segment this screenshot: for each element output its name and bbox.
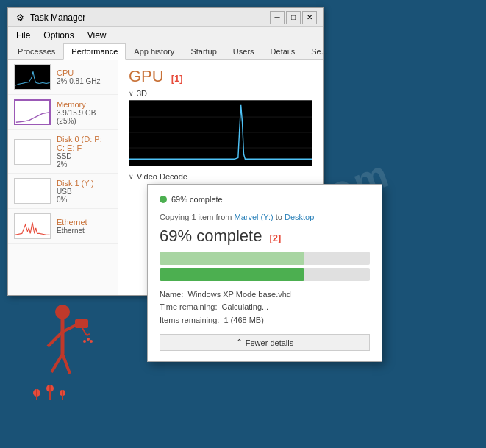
ethernet-label: Ethernet [57, 218, 112, 227]
sidebar: CPU 2% 0.81 GHz Memory 3.9/15.9 GB (25%) [8, 60, 118, 295]
disk1-info: Disk 1 (Y:) USB0% [57, 179, 112, 204]
ethernet-mini-chart [14, 213, 51, 239]
cpu-detail: 2% 0.81 GHz [57, 77, 112, 85]
disk1-mini-chart [14, 178, 51, 204]
progress-bar-light [160, 252, 370, 265]
memory-mini-chart [14, 99, 51, 125]
chevron-up-icon: ⌃ [236, 338, 243, 347]
copy-dest-link[interactable]: Desktop [285, 213, 314, 221]
svg-line-4 [51, 354, 62, 372]
tab-app-history[interactable]: App history [126, 43, 182, 60]
gpu-3d-label: ∨ 3D [129, 89, 312, 98]
disk0-mini-chart [14, 139, 51, 165]
svg-rect-20 [15, 140, 49, 164]
svg-rect-21 [15, 179, 49, 203]
cpu-label: CPU [57, 68, 112, 77]
gpu-title: GPU [129, 67, 164, 86]
svg-line-7 [82, 328, 87, 335]
cpu-info: CPU 2% 0.81 GHz [57, 68, 112, 85]
copy-dialog-header: 69% complete [160, 195, 370, 204]
sidebar-item-cpu[interactable]: CPU 2% 0.81 GHz [8, 60, 118, 95]
memory-detail: 3.9/15.9 GB (25%) [57, 109, 112, 125]
disk0-info: Disk 0 (D: P: C: E: F SSD2% [57, 135, 112, 168]
svg-point-10 [83, 340, 86, 343]
svg-line-2 [48, 332, 62, 346]
window-controls: ─ □ ✕ [270, 11, 317, 24]
tab-bar: Processes Performance App history Startu… [8, 43, 323, 60]
svg-point-11 [90, 340, 93, 343]
tab-performance[interactable]: Performance [63, 43, 126, 60]
menu-view[interactable]: View [85, 29, 109, 41]
ref-label-1: [1] [171, 73, 183, 84]
svg-point-9 [87, 338, 90, 341]
memory-info: Memory 3.9/15.9 GB (25%) [57, 100, 112, 125]
decorative-figure [22, 299, 96, 404]
svg-rect-6 [75, 319, 88, 328]
tab-startup[interactable]: Startup [182, 43, 224, 60]
tab-services[interactable]: Se... [303, 43, 336, 60]
close-button[interactable]: ✕ [302, 11, 317, 24]
copy-source-text: Copying 1 item from Marvel (Y:) to Deskt… [160, 211, 370, 224]
svg-point-0 [55, 305, 70, 319]
sidebar-item-memory[interactable]: Memory 3.9/15.9 GB (25%) [8, 95, 118, 130]
svg-point-12 [33, 389, 40, 397]
svg-point-13 [46, 385, 54, 392]
svg-line-8 [87, 334, 90, 335]
disk1-label: Disk 1 (Y:) [57, 179, 112, 188]
svg-line-3 [62, 324, 77, 332]
window-title: Task Manager [30, 13, 270, 23]
chevron-down-icon: ∨ [129, 90, 134, 97]
app-icon: ⚙ [14, 12, 26, 24]
sidebar-item-disk0[interactable]: Disk 0 (D: P: C: E: F SSD2% [8, 130, 118, 174]
ethernet-detail: Ethernet [57, 227, 112, 235]
progress-fill-light [160, 252, 304, 265]
sidebar-item-ethernet[interactable]: Ethernet Ethernet [8, 209, 118, 244]
progress-bar-dark [160, 268, 370, 281]
chevron-down-icon-2: ∨ [129, 173, 134, 180]
fewer-details-button[interactable]: ⌃ Fewer details [160, 334, 370, 351]
menu-options[interactable]: Options [41, 29, 76, 41]
memory-label: Memory [57, 100, 112, 109]
cpu-mini-chart [14, 64, 51, 90]
svg-rect-23 [129, 102, 312, 165]
title-bar: ⚙ Task Manager ─ □ ✕ [8, 8, 323, 27]
copy-source-link[interactable]: Marvel (Y:) [235, 213, 274, 221]
disk0-detail: SSD2% [57, 152, 112, 168]
minimize-button[interactable]: ─ [270, 11, 285, 24]
svg-rect-18 [15, 65, 49, 89]
svg-line-5 [62, 354, 70, 374]
tab-users[interactable]: Users [225, 43, 262, 60]
menu-bar: File Options View [8, 27, 323, 43]
menu-file[interactable]: File [14, 29, 32, 41]
copy-dialog: 69% complete Copying 1 item from Marvel … [147, 184, 382, 362]
disk1-detail: USB0% [57, 188, 112, 204]
copy-dialog-title: 69% complete [171, 195, 223, 204]
svg-point-14 [60, 390, 65, 396]
disk0-label: Disk 0 (D: P: C: E: F [57, 135, 112, 152]
tab-processes[interactable]: Processes [10, 43, 63, 60]
copy-status-icon [160, 196, 167, 203]
gpu-video-decode-label: ∨ Video Decode [129, 172, 312, 181]
ethernet-info: Ethernet Ethernet [57, 218, 112, 235]
copy-percent: 69% complete [160, 227, 262, 246]
svg-rect-19 [16, 101, 49, 124]
copy-details: Name: Windows XP Mode base.vhd Time rema… [160, 288, 370, 327]
progress-fill-dark [160, 268, 304, 281]
maximize-button[interactable]: □ [286, 11, 301, 24]
tab-details[interactable]: Details [262, 43, 304, 60]
ref-label-2: [2] [269, 232, 281, 243]
sidebar-item-disk1[interactable]: Disk 1 (Y:) USB0% [8, 174, 118, 209]
gpu-chart [129, 100, 312, 166]
